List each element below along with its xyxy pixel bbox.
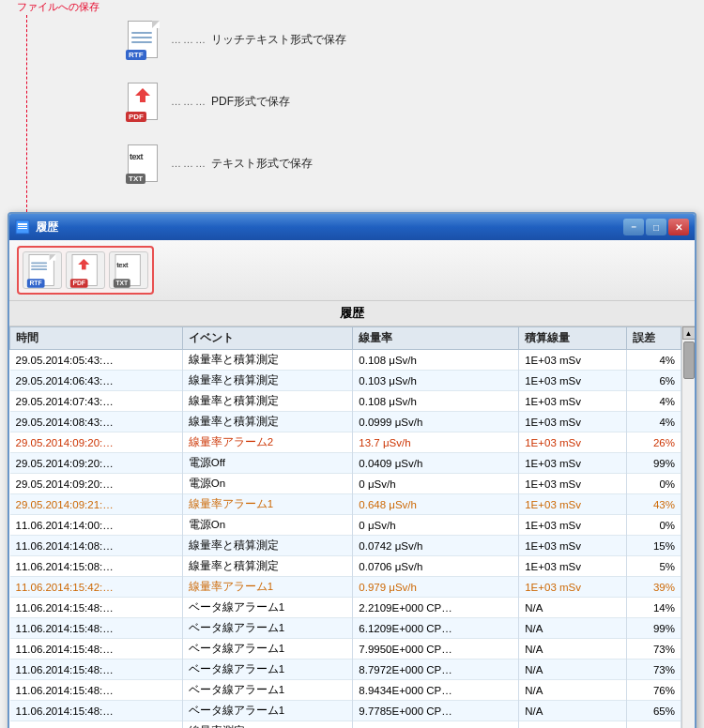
cell-event: 電源Off bbox=[182, 453, 353, 474]
annotation-text: text TXT ……… テキスト形式で保存 bbox=[122, 141, 704, 186]
cell-event: 線量率アラーム1 bbox=[182, 494, 353, 515]
annotation-text-text: テキスト形式で保存 bbox=[211, 156, 313, 172]
cell-dose-rate: 9.7785E+000 CP… bbox=[353, 701, 519, 721]
scrollbar-track[interactable]: ▲ ▼ bbox=[681, 326, 695, 728]
scrollbar-thumb[interactable] bbox=[683, 341, 695, 379]
table-header: 時間 イベント 線量率 積算線量 誤差 bbox=[10, 327, 681, 350]
table-row: 29.05.2014:08:43:… 線量率と積算測定 0.0999 μSv/h… bbox=[10, 412, 681, 432]
cell-accumulated: 1E+03 mSv bbox=[519, 556, 627, 577]
svg-rect-1 bbox=[140, 96, 145, 102]
cell-error: 4% bbox=[626, 391, 681, 412]
dots-text: ……… bbox=[171, 158, 207, 169]
cell-time: 29.05.2014:09:20:… bbox=[10, 474, 183, 494]
table-row: 11.06.2014:15:08:… 線量率と積算測定 0.0706 μSv/h… bbox=[10, 556, 681, 577]
cell-dose-rate: 7.9950E+000 CP… bbox=[353, 639, 519, 660]
cell-error: 26% bbox=[626, 432, 681, 453]
cell-accumulated: N/A bbox=[519, 618, 627, 639]
table-row: 29.05.2014:06:43:… 線量率と積算測定 0.103 μSv/h … bbox=[10, 371, 681, 391]
cell-time: 29.05.2014:09:20:… bbox=[10, 453, 183, 474]
table-row: 29.05.2014:09:20:… 電源Off 0.0409 μSv/h 1E… bbox=[10, 453, 681, 474]
rtf-icon: RTF bbox=[122, 17, 165, 62]
cell-dose-rate: 0 μSv/h bbox=[353, 474, 519, 494]
window-controls: － □ ✕ bbox=[623, 219, 689, 235]
table-body: 29.05.2014:05:43:… 線量率と積算測定 0.108 μSv/h … bbox=[10, 350, 681, 729]
pdf-icon: PDF bbox=[122, 79, 165, 124]
cell-event: 線量率と積算測定 bbox=[182, 536, 353, 556]
cell-time: 11.06.2014:15:42:… bbox=[10, 577, 183, 598]
cell-accumulated: N/A bbox=[519, 701, 627, 721]
table-row: 11.06.2014:14:08:… 線量率と積算測定 0.0742 μSv/h… bbox=[10, 536, 681, 556]
cell-dose-rate: 8.7972E+000 CP… bbox=[353, 660, 519, 680]
cell-time: 29.05.2014:06:43:… bbox=[10, 371, 183, 391]
cell-accumulated: 1E+03 mSv bbox=[519, 453, 627, 474]
cell-event: 線量率と積算測定 bbox=[182, 412, 353, 432]
annotation-rtf: RTF ……… リッチテキスト形式で保存 bbox=[122, 17, 704, 62]
cell-error: 43% bbox=[626, 494, 681, 515]
table-row: 29.05.2014:09:20:… 線量率アラーム2 13.7 μSv/h 1… bbox=[10, 432, 681, 453]
window-icon bbox=[15, 220, 30, 235]
cell-event: ベータ線アラーム1 bbox=[182, 701, 353, 721]
close-button[interactable]: ✕ bbox=[668, 219, 689, 235]
cell-time: 29.05.2014:08:43:… bbox=[10, 412, 183, 432]
toolbar-text-button[interactable]: text TXT bbox=[109, 251, 148, 289]
svg-rect-7 bbox=[82, 265, 86, 269]
toolbar-icon-group: RTF PDF bbox=[17, 246, 154, 295]
table-scroll[interactable]: 時間 イベント 線量率 積算線量 誤差 29.05.2014:05:43:… 線… bbox=[9, 326, 681, 728]
col-error: 誤差 bbox=[626, 327, 681, 350]
toolbar-rtf-button[interactable]: RTF bbox=[23, 251, 62, 289]
cell-error: 4% bbox=[626, 350, 681, 371]
svg-marker-6 bbox=[78, 259, 89, 265]
svg-rect-4 bbox=[18, 226, 27, 227]
cell-dose-rate: 0.103 μSv/h bbox=[353, 371, 519, 391]
svg-rect-3 bbox=[18, 223, 27, 225]
cell-dose-rate: 0.979 μSv/h bbox=[353, 577, 519, 598]
table-title: 履歴 bbox=[9, 301, 695, 326]
table-row: 11.06.2014:14:00:… 電源On 0 μSv/h 1E+03 mS… bbox=[10, 515, 681, 536]
cell-accumulated: 1E+03 mSv bbox=[519, 536, 627, 556]
cell-event: ベータ線アラーム1 bbox=[182, 618, 353, 639]
cell-event: ベータ線アラーム1 bbox=[182, 639, 353, 660]
cell-error: 14% bbox=[626, 598, 681, 618]
vertical-line bbox=[26, 15, 27, 212]
cell-dose-rate: 2.2109E+000 CP… bbox=[353, 598, 519, 618]
cell-event: 電源On bbox=[182, 515, 353, 536]
cell-event: 線量率と積算測定 bbox=[182, 556, 353, 577]
toolbar-pdf-button[interactable]: PDF bbox=[66, 251, 105, 289]
col-time: 時間 bbox=[10, 327, 183, 350]
scrollbar-up-button[interactable]: ▲ bbox=[682, 326, 696, 340]
cell-error: 0% bbox=[626, 474, 681, 494]
history-window: 履歴 － □ ✕ RTF bbox=[8, 212, 696, 728]
cell-time: 11.06.2014:14:00:… bbox=[10, 515, 183, 536]
table-row: 29.05.2014:09:20:… 電源On 0 μSv/h 1E+03 mS… bbox=[10, 474, 681, 494]
cell-dose-rate: 0.0706 μSv/h bbox=[353, 556, 519, 577]
cell-time: 11.06.2014:16:08:… bbox=[10, 721, 183, 729]
cell-dose-rate: 0 μSv/h bbox=[353, 515, 519, 536]
cell-error: 73% bbox=[626, 639, 681, 660]
col-accumulated: 積算線量 bbox=[519, 327, 627, 350]
cell-time: 11.06.2014:15:48:… bbox=[10, 639, 183, 660]
toolbar: RTF PDF bbox=[9, 240, 695, 301]
cell-event: 線量率アラーム2 bbox=[182, 432, 353, 453]
cell-accumulated: 1E+03 mSv bbox=[519, 391, 627, 412]
cell-time: 11.06.2014:15:48:… bbox=[10, 598, 183, 618]
col-event: イベント bbox=[182, 327, 353, 350]
table-row: 11.06.2014:15:48:… ベータ線アラーム1 8.9434E+000… bbox=[10, 680, 681, 701]
cell-error: 39% bbox=[626, 577, 681, 598]
maximize-button[interactable]: □ bbox=[646, 219, 666, 235]
cell-error: 65% bbox=[626, 701, 681, 721]
cell-dose-rate: 6.1209E+000 CP… bbox=[353, 618, 519, 639]
cell-dose-rate: 0.108 μSv/h bbox=[353, 391, 519, 412]
cell-time: 11.06.2014:15:48:… bbox=[10, 618, 183, 639]
minimize-button[interactable]: － bbox=[623, 219, 644, 235]
table-row: 11.06.2014:15:48:… ベータ線アラーム1 8.7972E+000… bbox=[10, 660, 681, 680]
table-row: 29.05.2014:05:43:… 線量率と積算測定 0.108 μSv/h … bbox=[10, 350, 681, 371]
cell-event: 線量率と積算測定 bbox=[182, 371, 353, 391]
save-label: ファイルへの保存 bbox=[17, 0, 99, 14]
cell-time: 11.06.2014:15:48:… bbox=[10, 680, 183, 701]
cell-event: ベータ線アラーム1 bbox=[182, 598, 353, 618]
cell-error: 73% bbox=[626, 660, 681, 680]
cell-time: 11.06.2014:15:08:… bbox=[10, 556, 183, 577]
cell-error: 99% bbox=[626, 453, 681, 474]
cell-time: 29.05.2014:09:20:… bbox=[10, 432, 183, 453]
cell-time: 11.06.2014:15:48:… bbox=[10, 701, 183, 721]
